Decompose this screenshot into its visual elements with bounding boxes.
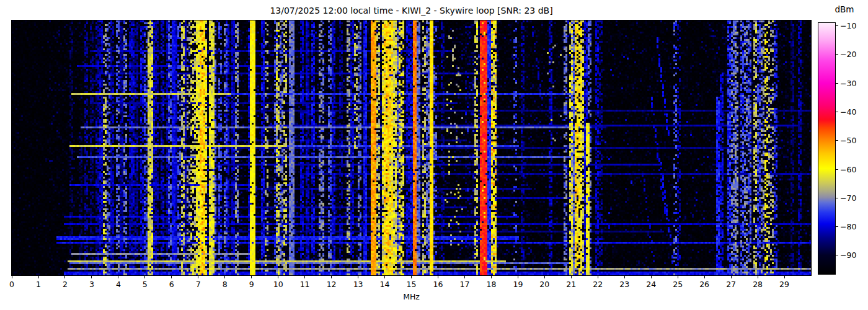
colorbar-tick [836,25,838,26]
x-tick [12,276,12,278]
x-tick [731,276,732,278]
x-tick [331,276,332,278]
x-tick-label: 23 [615,280,634,289]
x-tick-label: 10 [269,280,288,289]
x-tick [358,276,358,278]
colorbar-tick-label: −10 [840,21,856,30]
plot-area [11,20,812,276]
x-tick [384,276,385,278]
x-tick-label: 21 [562,280,580,289]
x-tick-label: 17 [455,280,474,289]
x-tick [784,276,785,278]
x-tick [251,276,252,278]
colorbar-tick [836,169,838,170]
x-tick [491,276,492,278]
x-tick-label: 16 [429,280,448,289]
colorbar-tick-label: −40 [840,107,856,117]
x-tick [518,276,518,278]
colorbar-tick [836,226,838,227]
x-tick-label: 6 [162,280,181,289]
x-tick [411,276,412,278]
x-tick [704,276,705,278]
x-tick [118,276,118,278]
x-tick-label: 24 [642,280,660,289]
x-tick [758,276,758,278]
x-tick-label: 0 [2,280,21,289]
x-tick-label: 19 [508,280,527,289]
x-tick [91,276,92,278]
x-tick-label: 2 [56,280,74,289]
colorbar-tick [836,54,838,55]
colorbar-tick [836,198,838,198]
x-tick [144,276,145,278]
colorbar-tick [836,83,838,84]
x-tick [651,276,652,278]
colorbar-tick-label: −90 [840,250,856,260]
x-tick-label: 28 [748,280,767,289]
x-tick-label: 11 [296,280,314,289]
x-tick [171,276,172,278]
x-tick [438,276,438,278]
x-tick [278,276,278,278]
colorbar-tick-label: −80 [840,222,856,231]
x-tick-label: 14 [376,280,394,289]
colorbar-tick-label: −50 [840,136,856,145]
chart-title: 13/07/2025 12:00 local time - KIWI_2 - S… [12,6,811,16]
colorbar-tick [836,255,838,255]
x-tick-label: 22 [588,280,607,289]
colorbar-tick-label: −70 [840,193,856,203]
colorbar-label: dBm [826,4,863,14]
x-tick [38,276,39,278]
x-tick-label: 18 [482,280,500,289]
x-tick-label: 4 [109,280,128,289]
x-tick-label: 27 [722,280,740,289]
colorbar-tick-label: −20 [840,50,856,59]
x-tick [571,276,572,278]
x-tick-label: 12 [322,280,341,289]
x-tick-label: 5 [136,280,154,289]
colorbar [818,22,836,275]
spectrogram-canvas [12,20,811,275]
colorbar-tick-label: −30 [840,79,856,88]
spectrogram-figure: 13/07/2025 12:00 local time - KIWI_2 - S… [0,0,868,310]
colorbar-tick-label: −60 [840,165,856,174]
x-tick-label: 9 [242,280,261,289]
x-tick [624,276,625,278]
x-tick [198,276,198,278]
x-tick [304,276,305,278]
x-tick-label: 8 [216,280,234,289]
x-tick-label: 15 [402,280,421,289]
x-tick [224,276,225,278]
x-tick [64,276,65,278]
x-tick-label: 29 [775,280,794,289]
colorbar-tick [836,112,838,112]
colorbar-tick [836,140,838,141]
x-tick-label: 7 [189,280,208,289]
x-tick-label: 3 [82,280,101,289]
x-tick-label: 25 [668,280,687,289]
x-tick [678,276,678,278]
x-tick-label: 13 [349,280,368,289]
x-tick-label: 1 [29,280,48,289]
x-tick [464,276,465,278]
x-tick-label: 20 [535,280,554,289]
x-tick [544,276,545,278]
x-tick [598,276,598,278]
x-tick-label: 26 [695,280,714,289]
x-axis-label: MHz [12,292,811,301]
